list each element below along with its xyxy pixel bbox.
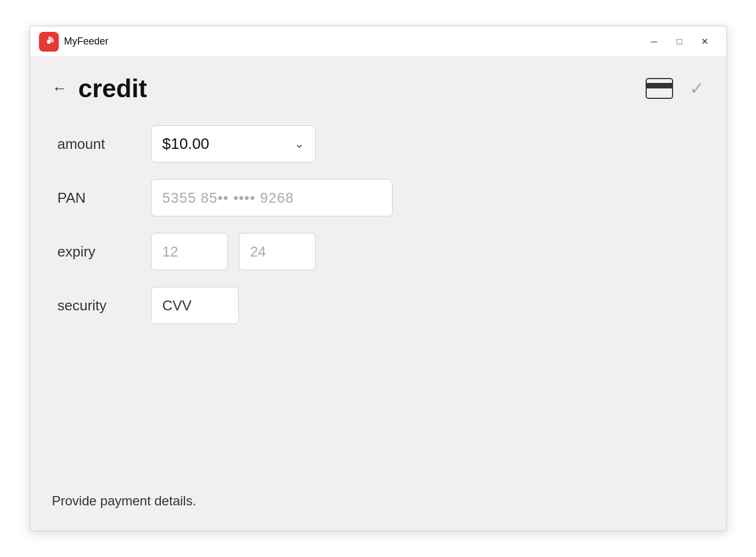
credit-card-icon: [646, 78, 673, 99]
page-title: credit: [79, 74, 147, 103]
footer-message: Provide payment details.: [52, 493, 704, 514]
form-area: amount $10.00 ⌄ PAN 5355 85•• •••• 9268 …: [52, 125, 704, 324]
expiry-year-input[interactable]: 24: [239, 233, 316, 270]
amount-select[interactable]: $10.00 ⌄: [151, 125, 316, 163]
amount-value: $10.00: [163, 135, 210, 153]
title-bar-controls: ─ □ ✕: [642, 29, 718, 54]
svg-point-0: [47, 40, 51, 43]
pan-value: 5355 85•• •••• 9268: [163, 190, 294, 207]
expiry-label: expiry: [58, 243, 135, 260]
minimize-button[interactable]: ─: [642, 29, 667, 54]
expiry-inputs: 12 24: [151, 233, 316, 270]
card-stripe: [647, 83, 672, 88]
chevron-down-icon: ⌄: [294, 137, 304, 151]
content-area: ← credit ✓ amount $10.00 ⌄ PAN: [30, 57, 726, 531]
expiry-month-value: 12: [163, 243, 178, 260]
expiry-month-input[interactable]: 12: [151, 233, 228, 270]
pan-row: PAN 5355 85•• •••• 9268: [58, 179, 704, 216]
amount-row: amount $10.00 ⌄: [58, 125, 704, 163]
maximize-button[interactable]: □: [667, 29, 692, 54]
page-header: ← credit ✓: [52, 74, 704, 103]
amount-label: amount: [58, 136, 135, 153]
app-title: MyFeeder: [64, 36, 109, 47]
security-label: security: [58, 297, 135, 314]
header-icons: ✓: [646, 78, 704, 99]
pan-input[interactable]: 5355 85•• •••• 9268: [151, 179, 393, 216]
check-icon[interactable]: ✓: [690, 78, 704, 99]
security-row: security CVV: [58, 287, 704, 324]
close-button[interactable]: ✕: [692, 29, 718, 54]
app-icon: [39, 32, 59, 52]
cvv-value: CVV: [163, 297, 192, 314]
expiry-row: expiry 12 24: [58, 233, 704, 270]
title-bar-left: MyFeeder: [39, 32, 642, 52]
cvv-input[interactable]: CVV: [151, 287, 239, 324]
back-button[interactable]: ←: [52, 81, 68, 96]
app-window: MyFeeder ─ □ ✕ ← credit ✓ amount: [30, 26, 727, 531]
title-bar: MyFeeder ─ □ ✕: [30, 26, 726, 57]
expiry-year-value: 24: [250, 243, 266, 260]
pan-label: PAN: [58, 190, 135, 207]
